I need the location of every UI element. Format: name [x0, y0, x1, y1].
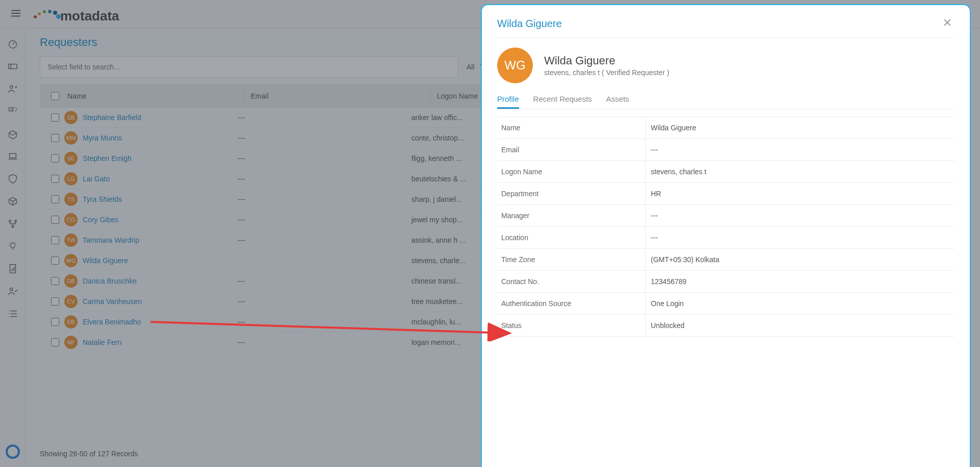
avatar-badge: MM	[64, 131, 78, 145]
flow-icon[interactable]	[4, 215, 22, 233]
detail-row: Manager ---	[497, 205, 954, 227]
row-checkbox[interactable]	[46, 216, 64, 224]
detail-label: Contact No.	[497, 277, 645, 286]
row-email: ---	[238, 113, 411, 122]
detail-value: One Login	[645, 293, 954, 314]
row-checkbox[interactable]	[46, 175, 64, 183]
svg-rect-3	[9, 108, 12, 111]
detail-row: Time Zone (GMT+05:30) Kolkata	[497, 249, 954, 271]
row-checkbox[interactable]	[46, 256, 64, 265]
requester-name-link[interactable]: Danica Bruschke	[83, 277, 137, 285]
logo-dots-icon	[31, 8, 59, 20]
row-email: ---	[238, 236, 411, 244]
requester-name-link[interactable]: Tammara Wardrip	[83, 236, 139, 244]
logo-text: motadata	[60, 8, 119, 24]
requester-name-link[interactable]: Natalie Fern	[83, 338, 121, 346]
detail-label: Logon Name	[497, 168, 645, 176]
nav-rail	[0, 29, 26, 467]
profile-avatar: WG	[497, 48, 533, 83]
avatar-badge: NF	[64, 336, 78, 349]
tab-recent-requests[interactable]: Recent Requests	[533, 90, 592, 109]
detail-label: Email	[497, 146, 645, 154]
requester-name-link[interactable]: Stephaine Barfield	[83, 113, 141, 122]
dashboard-icon[interactable]	[4, 35, 22, 53]
requester-name-link[interactable]: Cory Gibes	[83, 216, 118, 224]
avatar-badge: SB	[64, 111, 78, 124]
avatar-badge: TW	[64, 233, 78, 247]
laptop-icon[interactable]	[4, 147, 22, 166]
ticket-icon[interactable]	[4, 57, 22, 76]
detail-label: Status	[497, 321, 645, 330]
detail-value: Wilda Giguere	[645, 117, 954, 138]
svg-point-8	[12, 226, 14, 228]
requester-name-link[interactable]: Tyra Shields	[83, 195, 122, 203]
svg-rect-1	[8, 64, 17, 68]
cube-icon[interactable]	[4, 192, 22, 211]
filter-label: All	[467, 63, 475, 71]
requester-name-link[interactable]: Elvera Benimadho	[83, 318, 141, 326]
detail-tabs: Profile Recent Requests Assets	[497, 90, 954, 109]
detail-label: Name	[497, 124, 645, 132]
requester-name-link[interactable]: Stephen Emigh	[83, 154, 132, 162]
row-email: ---	[238, 338, 411, 346]
svg-rect-5	[9, 154, 16, 158]
avatar-badge: WG	[64, 254, 78, 267]
requester-name-link[interactable]: Carma Vanheusen	[83, 297, 142, 306]
select-all-checkbox[interactable]	[46, 92, 64, 100]
detail-value: ---	[645, 139, 954, 160]
row-email: ---	[238, 277, 411, 285]
row-checkbox[interactable]	[46, 236, 64, 244]
avatar-badge: CV	[64, 295, 78, 308]
detail-row: Authentication Source One Login	[497, 293, 954, 315]
detail-row: Contact No. 123456789	[497, 271, 954, 293]
detail-value: HR	[645, 183, 954, 204]
hamburger-menu-icon[interactable]	[10, 8, 22, 20]
tab-profile[interactable]: Profile	[497, 90, 519, 109]
profile-header: WG Wilda Giguere stevens, charles t ( Ve…	[497, 48, 954, 83]
lightbulb-icon[interactable]	[4, 237, 22, 255]
row-checkbox[interactable]	[46, 297, 64, 306]
row-checkbox[interactable]	[46, 338, 64, 346]
template-icon[interactable]	[4, 102, 22, 121]
row-checkbox[interactable]	[46, 277, 64, 285]
row-checkbox[interactable]	[46, 318, 64, 326]
row-checkbox[interactable]	[46, 154, 64, 162]
package-icon[interactable]	[4, 125, 22, 143]
row-checkbox[interactable]	[46, 134, 64, 142]
row-email: ---	[238, 154, 411, 162]
detail-label: Manager	[497, 212, 645, 220]
users-icon[interactable]	[4, 80, 22, 98]
avatar-badge: EB	[64, 315, 78, 329]
app-logo: motadata	[31, 5, 119, 24]
row-email: ---	[238, 297, 411, 306]
svg-point-7	[14, 220, 16, 222]
detail-row: Department HR	[497, 183, 954, 205]
requester-name-link[interactable]: Myra Munns	[83, 134, 122, 142]
column-name: Name	[64, 92, 238, 100]
row-checkbox[interactable]	[46, 195, 64, 203]
search-field[interactable]	[47, 63, 451, 71]
profile-details: Name Wilda Giguere Email --- Logon Name …	[497, 116, 954, 337]
user-check-icon[interactable]	[4, 282, 22, 300]
close-icon[interactable]	[942, 17, 954, 30]
panel-header: Wilda Giguere	[497, 17, 954, 38]
shield-icon[interactable]	[4, 170, 22, 188]
requester-name-link[interactable]: Lai Gato	[83, 175, 110, 183]
detail-row: Status Unblocked	[497, 315, 954, 337]
tab-assets[interactable]: Assets	[606, 90, 629, 109]
profile-subtitle: stevens, charles t ( Verified Requester …	[544, 68, 669, 77]
svg-point-0	[9, 41, 16, 49]
avatar-badge: CG	[64, 213, 78, 226]
search-input[interactable]	[40, 56, 458, 78]
requester-detail-panel: Wilda Giguere WG Wilda Giguere stevens, …	[481, 4, 971, 467]
row-checkbox[interactable]	[46, 113, 64, 122]
help-circle-icon[interactable]	[4, 442, 22, 461]
report-icon[interactable]	[4, 260, 22, 278]
requester-name-link[interactable]: Wilda Giguere	[83, 256, 128, 265]
svg-rect-4	[13, 108, 16, 111]
detail-label: Department	[497, 190, 645, 198]
detail-label: Authentication Source	[497, 299, 645, 308]
list-icon[interactable]	[4, 305, 22, 323]
avatar-badge: DB	[64, 274, 78, 288]
profile-name: Wilda Giguere	[544, 54, 669, 67]
